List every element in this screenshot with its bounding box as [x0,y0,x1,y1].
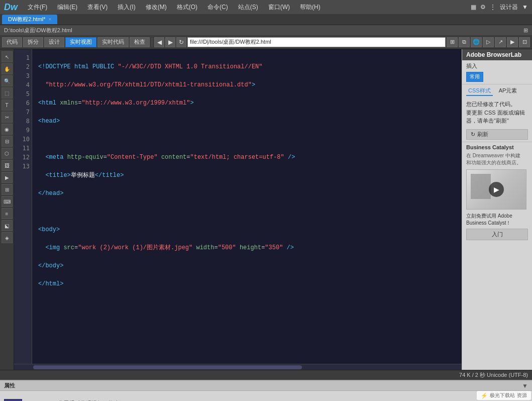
separator [152,38,152,47]
copy-icon[interactable]: ⧉ [459,37,470,47]
filepath-bar: D:\tools\桌面\DW教程2.html ⊞ [0,25,532,35]
bc-description: 在 Dreamweaver 中构建 和功能强大的在线商店。 [466,152,528,166]
right-panel: Adobe BrowserLab 插入 常用 CSS样式 AP元素 您已经修改了… [462,49,532,370]
menu-format[interactable]: 格式(O) [173,2,201,13]
bc-thumbnail-content: ▶ [467,170,526,209]
properties-panel: 属性 ▼ </> 代码视图 您已经对代码进行了修改。 如果要编辑选定对象的属性,… [0,380,532,401]
css-tabs: CSS样式 AP元素 [466,86,528,96]
bc-enter-button[interactable]: 入门 [466,229,528,240]
menu-window[interactable]: 窗口(W) [264,2,294,13]
bc-title: Business Catalyst [466,144,528,150]
refresh-label: 刷新 [477,131,488,138]
menu-help[interactable]: 帮助(H) [296,2,325,13]
code-view-button[interactable]: 代码 [2,37,22,47]
browse-icon[interactable]: ⊞ [447,37,458,47]
share-icon[interactable]: ⋮ [490,4,496,11]
line-numbers: 1 2 3 4 5 6 7 8 9 10 11 12 13 [14,49,32,364]
doc-toolbar: 代码 拆分 设计 实时视图 实时代码 检查 ◀ ▶ ↻ ⊞ ⧉ 🌐 ▷ ↗ ▶ … [0,35,532,49]
tool-style[interactable]: ⬕ [2,220,13,231]
properties-title: 属性 [4,382,15,389]
view2-icon[interactable]: ⊡ [519,37,530,47]
collapse-icon[interactable]: ▼ [522,382,528,389]
status-bar: 74 K / 2 秒 Unicode (UTF-8) [0,370,532,380]
insert-common-tab[interactable]: 常用 [466,72,483,82]
right-panel-header: Adobe BrowserLab [462,49,532,60]
menu-edit[interactable]: 编辑(E) [53,2,81,13]
chevron-down-icon[interactable]: ▼ [522,4,528,11]
menu-site[interactable]: 站点(S) [234,2,262,13]
tool-select[interactable]: ⬚ [2,87,13,98]
tab-close-button[interactable]: × [49,17,52,22]
back-button[interactable]: ◀ [154,37,164,47]
menu-insert[interactable]: 插入(I) [114,2,139,13]
titlebar: Dw 文件(F) 编辑(E) 查看(V) 插入(I) 修改(M) 格式(O) 命… [0,0,532,14]
tool-pointer[interactable]: ↖ [2,51,13,62]
tool-media[interactable]: ▶ [2,172,13,183]
titlebar-controls: ▦ ⚙ ⋮ 设计器 ▼ [471,3,528,12]
ap-element-tab[interactable]: AP元素 [497,86,519,96]
properties-notice: 您已经对代码进行了修改。 如果要编辑选定对象的属性, 请点击刷新或按F5。 [58,399,489,401]
code-view-icon: </> [4,399,22,401]
media-icon[interactable]: ▶ [507,37,518,47]
refresh-button[interactable]: ↻ [176,37,186,47]
play-button[interactable]: ▶ [489,182,504,197]
tool-extra[interactable]: ◈ [2,232,13,243]
tool-form[interactable]: ⊞ [2,184,13,195]
expand-icon[interactable]: ⊞ [523,27,528,34]
tool-cut[interactable]: ✂ [2,112,13,123]
css-notice-text: 您已经修改了代码。 要更新 CSS 面板或编辑器，请单击"刷新" [466,98,528,127]
css-refresh-button[interactable]: ↻ 刷新 [466,129,528,140]
status-info: 74 K / 2 秒 Unicode (UTF-8) [459,371,528,379]
debug-icon[interactable]: ▷ [483,37,494,47]
code-content[interactable]: <!DOCTYPE html PUBLIC "-//W3C//DTD XHTML… [32,49,462,364]
live-code-button[interactable]: 实时代码 [97,37,129,47]
watermark: ⚡ 极光下载站 资源 [477,391,531,400]
split-view-button[interactable]: 拆分 [23,37,43,47]
tool-text[interactable]: T [2,99,13,111]
inspect-button[interactable]: 检查 [130,37,150,47]
tool-align[interactable]: ≡ [2,208,13,219]
nav2-icon[interactable]: ↗ [495,37,506,47]
tool-img[interactable]: 🖼 [2,160,13,171]
css-style-tab[interactable]: CSS样式 [466,86,493,96]
insert-tabs: 常用 [466,72,528,82]
tool-code[interactable]: ⌨ [2,196,13,207]
insert-section: 插入 常用 [462,60,532,84]
filepath-label: D:\tools\桌面\DW教程2.html [4,27,72,34]
bc-video-thumbnail[interactable]: ▶ [466,169,526,210]
menu-view[interactable]: 查看(V) [83,2,112,13]
insert-label: 插入 [466,62,528,70]
tool-table[interactable]: ⊟ [2,136,13,147]
tool-link[interactable]: ⬡ [2,148,13,159]
tool-hand[interactable]: ✋ [2,63,13,74]
bc-cta-text: 立刻免费试用 Adobe Business Catalyst！ [466,213,528,227]
gear-icon[interactable]: ⚙ [480,4,486,11]
designer-label: 设计器 [500,3,518,12]
editor-area: 1 2 3 4 5 6 7 8 9 10 11 12 13 <!DOCTYPE … [14,49,462,370]
tab-bar: DW教程2.html* × [0,14,532,25]
browserlabpanel-title: Adobe BrowserLab [466,51,521,58]
design-view-button[interactable]: 设计 [44,37,64,47]
forward-button[interactable]: ▶ [165,37,175,47]
globe-icon[interactable]: 🌐 [471,37,482,47]
app-logo: Dw [4,2,18,13]
tool-color[interactable]: ◉ [2,124,13,135]
watermark-text: 极光下载站 [490,392,515,399]
menu-modify[interactable]: 修改(M) [142,2,171,13]
code-editor[interactable]: 1 2 3 4 5 6 7 8 9 10 11 12 13 <!DOCTYPE … [14,49,462,364]
document-tab[interactable]: DW教程2.html* × [2,15,57,24]
main-layout: ↖ ✋ 🔍 ⬚ T ✂ ◉ ⊟ ⬡ 🖼 ▶ ⊞ ⌨ ≡ ⬕ ◈ 1 2 3 4 … [0,49,532,370]
tool-zoom[interactable]: 🔍 [2,75,13,86]
horizontal-scrollbar[interactable] [14,364,462,370]
url-input[interactable] [187,37,446,47]
menu-bar: 文件(F) 编辑(E) 查看(V) 插入(I) 修改(M) 格式(O) 命令(C… [24,2,471,13]
tab-label: DW教程2.html* [8,16,46,23]
grid-icon[interactable]: ▦ [471,4,476,11]
refresh-icon: ↻ [471,131,475,138]
scroll-thumb[interactable] [33,365,302,369]
css-section: CSS样式 AP元素 您已经修改了代码。 要更新 CSS 面板或编辑器，请单击"… [462,84,532,142]
menu-command[interactable]: 命令(C) [203,2,232,13]
menu-file[interactable]: 文件(F) [24,2,51,13]
properties-panel-content: </> 代码视图 您已经对代码进行了修改。 如果要编辑选定对象的属性, 请点击刷… [0,391,532,401]
live-view-button[interactable]: 实时视图 [65,37,96,47]
